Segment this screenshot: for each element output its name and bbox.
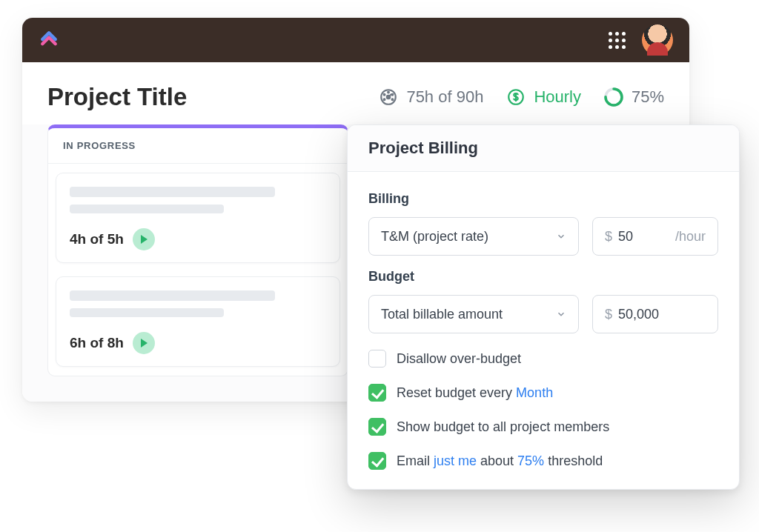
task-time: 4h of 5h — [70, 231, 124, 247]
billing-label: Billing — [368, 191, 718, 207]
placeholder-line — [70, 290, 275, 301]
panel-title: Project Billing — [348, 125, 739, 172]
svg-point-3 — [384, 94, 385, 96]
option-show-budget[interactable]: Show budget to all project members — [368, 418, 718, 436]
play-button[interactable] — [133, 332, 155, 354]
budget-type-value: Total billable amount — [381, 307, 503, 322]
billing-rate-value: 50 — [618, 229, 633, 245]
user-avatar[interactable] — [642, 24, 673, 56]
task-card[interactable]: 4h of 5h — [56, 173, 340, 263]
stat-billing-type[interactable]: Hourly — [506, 87, 581, 107]
stat-percent[interactable]: 75% — [603, 87, 664, 107]
project-header: Project Title 75h of 90h — [22, 62, 689, 124]
email-threshold-link[interactable]: 75% — [517, 453, 544, 468]
app-logo-icon[interactable] — [39, 30, 59, 50]
svg-point-7 — [392, 99, 394, 100]
project-title: Project Title — [47, 83, 187, 111]
checkbox-icon[interactable] — [368, 384, 386, 402]
task-time: 6h of 8h — [70, 335, 124, 351]
placeholder-line — [70, 205, 224, 213]
chevron-down-icon — [556, 231, 566, 242]
budget-type-select[interactable]: Total billable amount — [368, 295, 579, 333]
column-in-progress: IN PROGRESS 4h of 5h 6h of 8h — [47, 124, 348, 376]
budget-label: Budget — [368, 269, 718, 285]
task-card[interactable]: 6h of 8h — [56, 276, 340, 367]
rate-unit: /hour — [675, 229, 706, 245]
svg-point-5 — [392, 94, 394, 96]
option-disallow-overbudget[interactable]: Disallow over-budget — [368, 350, 718, 368]
topbar — [22, 18, 689, 62]
reset-period-link[interactable]: Month — [516, 385, 553, 400]
billing-rate-input[interactable]: $ 50 /hour — [592, 217, 718, 256]
billing-panel: Project Billing Billing T&M (project rat… — [347, 124, 740, 490]
play-button[interactable] — [133, 228, 155, 250]
checkbox-icon[interactable] — [368, 452, 386, 470]
project-stats: 75h of 90h Hourly — [378, 87, 664, 107]
placeholder-line — [70, 308, 224, 317]
email-who-link[interactable]: just me — [434, 453, 477, 468]
budget-amount-value: 50,000 — [618, 307, 659, 322]
billing-type-value: T&M (project rate) — [381, 229, 488, 245]
checkbox-icon[interactable] — [368, 418, 386, 436]
checkbox-icon[interactable] — [368, 350, 386, 368]
chevron-down-icon — [556, 309, 566, 319]
stat-time[interactable]: 75h of 90h — [378, 87, 483, 107]
currency-prefix: $ — [605, 307, 612, 322]
option-email-threshold[interactable]: Email just me about 75% threshold — [368, 452, 718, 470]
progress-ring-icon — [603, 87, 624, 107]
gauge-icon — [378, 87, 399, 107]
svg-point-4 — [388, 92, 390, 93]
apps-menu-icon[interactable] — [609, 32, 626, 49]
option-reset-budget[interactable]: Reset budget every Month — [368, 384, 718, 402]
dollar-circle-icon — [506, 87, 526, 107]
billing-type-select[interactable]: T&M (project rate) — [368, 217, 579, 256]
budget-amount-input[interactable]: $ 50,000 — [592, 295, 718, 333]
placeholder-line — [70, 187, 275, 197]
column-header: IN PROGRESS — [48, 128, 348, 164]
svg-point-6 — [384, 99, 385, 100]
currency-prefix: $ — [605, 229, 612, 245]
